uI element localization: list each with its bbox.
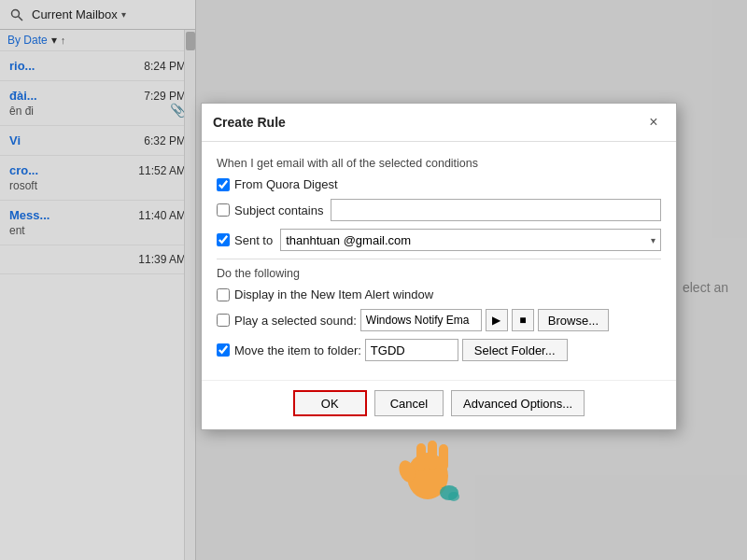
from-quora-label[interactable]: From Quora Digest [217, 177, 338, 191]
sent-to-chevron-icon: ▾ [651, 235, 655, 245]
subject-contains-checkbox[interactable] [217, 203, 230, 217]
subject-contains-label[interactable]: Subject contains [217, 203, 323, 217]
play-sound-label[interactable]: Play a selected sound: [217, 314, 357, 328]
conditions-header: When I get email with all of the selecte… [217, 157, 661, 170]
select-folder-button[interactable]: Select Folder... [462, 339, 568, 361]
move-to-folder-label[interactable]: Move the item to folder: [217, 343, 361, 357]
play-sound-checkbox[interactable] [217, 314, 230, 327]
dialog-close-button[interactable]: × [642, 111, 665, 133]
move-to-folder-row: Move the item to folder: Select Folder..… [217, 339, 661, 361]
create-rule-dialog: Create Rule × When I get email with all … [201, 103, 677, 430]
dialog-title: Create Rule [213, 115, 286, 130]
dialog-footer: OK Cancel Advanced Options... [202, 380, 676, 429]
display-alert-checkbox[interactable] [217, 288, 230, 301]
ok-button[interactable]: OK [293, 390, 367, 416]
sent-to-row: Sent to thanhtuan @gmail.com ▾ [217, 229, 661, 251]
do-following-header: Do the following [217, 267, 661, 280]
stop-sound-button[interactable]: ■ [512, 309, 534, 331]
sent-to-label[interactable]: Sent to [217, 233, 273, 247]
dialog-titlebar: Create Rule × [202, 104, 676, 142]
sent-to-dropdown[interactable]: thanhtuan @gmail.com ▾ [280, 229, 661, 251]
display-alert-label[interactable]: Display in the New Item Alert window [217, 287, 433, 301]
advanced-options-button[interactable]: Advanced Options... [451, 390, 585, 416]
play-sound-row: Play a selected sound: ▶ ■ Browse... [217, 309, 661, 331]
move-to-folder-checkbox[interactable] [217, 343, 230, 357]
display-alert-row: Display in the New Item Alert window [217, 287, 661, 301]
subject-contains-row: Subject contains [217, 199, 661, 221]
section-divider [217, 259, 661, 259]
browse-sound-button[interactable]: Browse... [538, 309, 609, 331]
cancel-button[interactable]: Cancel [374, 390, 444, 416]
sent-to-checkbox[interactable] [217, 233, 230, 246]
sent-to-value: thanhtuan @gmail.com [286, 233, 411, 247]
sound-input[interactable] [360, 309, 482, 331]
folder-input[interactable] [365, 339, 458, 361]
play-sound-button[interactable]: ▶ [486, 309, 508, 331]
from-quora-checkbox[interactable] [217, 178, 230, 191]
subject-contains-input[interactable] [331, 199, 661, 221]
dialog-body: When I get email with all of the selecte… [202, 142, 676, 380]
from-quora-row: From Quora Digest [217, 177, 661, 191]
